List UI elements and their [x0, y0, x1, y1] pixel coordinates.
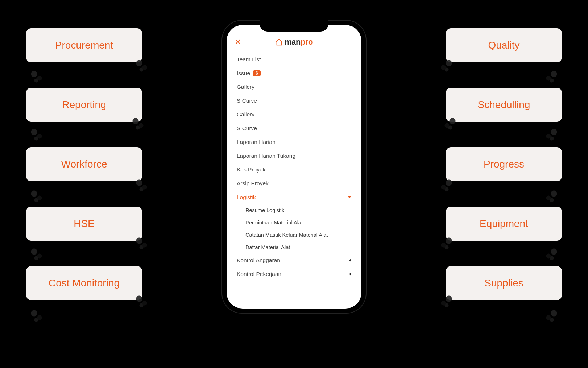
feature-label: HSE	[74, 218, 95, 230]
chevron-down-icon	[348, 196, 351, 198]
menu-laporan-harian-tukang[interactable]: Laporan Harian Tukang	[237, 149, 351, 163]
feature-reporting: Reporting	[26, 88, 142, 122]
menu-label: Resume Logistik	[245, 207, 284, 213]
feature-label: Reporting	[62, 99, 106, 111]
menu-label: Issue	[237, 70, 250, 77]
menu-label: S Curve	[237, 98, 257, 104]
menu-label: Team List	[237, 56, 261, 63]
logo-text-man: man	[285, 37, 301, 46]
feature-progress: Progress	[446, 147, 562, 181]
feature-label: Progress	[484, 158, 524, 170]
feature-label: Equipment	[480, 218, 528, 230]
feature-supplies: Supplies	[446, 266, 562, 300]
feature-procurement: Procurement	[26, 28, 142, 62]
menu-label: Logistik	[237, 194, 256, 200]
menu-s-curve-1[interactable]: S Curve	[237, 94, 351, 108]
feature-label: Workforce	[61, 158, 107, 170]
menu-label: Gallery	[237, 111, 254, 118]
app-header: ✕ manpro	[227, 32, 361, 53]
menu-gallery-2[interactable]: Gallery	[237, 108, 351, 121]
feature-scheduling: Schedulling	[446, 88, 562, 122]
chevron-left-icon	[349, 259, 351, 262]
home-icon	[275, 38, 283, 46]
phone-volume-up	[220, 103, 221, 129]
phone-screen: ✕ manpro Team List Issue6 Gallery S Curv…	[227, 25, 361, 309]
menu-label: Kas Proyek	[237, 166, 265, 173]
phone-mute-switch	[220, 82, 221, 96]
phone-power-button	[367, 111, 368, 147]
submenu-permintaan-material[interactable]: Permintaan Material Alat	[245, 216, 351, 229]
logo-text-pro: pro	[301, 37, 313, 46]
menu-label: Arsip Proyek	[237, 180, 269, 187]
feature-label: Procurement	[55, 40, 113, 51]
menu-gallery-1[interactable]: Gallery	[237, 80, 351, 94]
feature-column-right: Quality Schedulling Progress Equipment S…	[446, 28, 562, 300]
close-icon[interactable]: ✕	[235, 37, 241, 47]
menu-label: Kontrol Pekerjaan	[237, 271, 281, 277]
app-logo: manpro	[275, 37, 313, 47]
submenu-catatan-masuk-keluar[interactable]: Catatan Masuk Keluar Material Alat	[245, 229, 351, 241]
feature-label: Schedulling	[478, 99, 530, 111]
submenu-resume-logistik[interactable]: Resume Logistik	[245, 204, 351, 216]
submenu-daftar-material[interactable]: Daftar Material Alat	[245, 241, 351, 253]
menu-arsip-proyek[interactable]: Arsip Proyek	[237, 177, 351, 190]
feature-label: Quality	[488, 40, 519, 51]
menu-label: Gallery	[237, 84, 254, 90]
nav-menu: Team List Issue6 Gallery S Curve Gallery…	[227, 53, 361, 288]
menu-label: Laporan Harian	[237, 139, 276, 145]
menu-kontrol-pekerjaan[interactable]: Kontrol Pekerjaan	[237, 267, 351, 281]
phone-volume-down	[220, 136, 221, 161]
menu-laporan-harian[interactable]: Laporan Harian	[237, 135, 351, 149]
menu-s-curve-2[interactable]: S Curve	[237, 121, 351, 135]
feature-column-left: Procurement Reporting Workforce HSE Cost…	[26, 28, 142, 300]
issue-badge: 6	[253, 70, 261, 76]
menu-team-list[interactable]: Team List	[237, 53, 351, 66]
feature-label: Supplies	[484, 277, 523, 289]
feature-equipment: Equipment	[446, 207, 562, 241]
feature-workforce: Workforce	[26, 147, 142, 181]
phone-frame: ✕ manpro Team List Issue6 Gallery S Curv…	[221, 20, 367, 314]
feature-hse: HSE	[26, 207, 142, 241]
submenu-logistik: Resume Logistik Permintaan Material Alat…	[237, 204, 351, 253]
feature-quality: Quality	[446, 28, 562, 62]
menu-logistik[interactable]: Logistik	[237, 190, 351, 204]
chevron-left-icon	[349, 272, 351, 276]
menu-label: Permintaan Material Alat	[245, 220, 303, 226]
menu-label: Laporan Harian Tukang	[237, 153, 295, 159]
menu-label: Catatan Masuk Keluar Material Alat	[245, 232, 328, 238]
menu-kas-proyek[interactable]: Kas Proyek	[237, 163, 351, 177]
menu-label: S Curve	[237, 125, 257, 132]
menu-issue[interactable]: Issue6	[237, 66, 351, 80]
feature-label: Cost Monitoring	[49, 277, 120, 289]
feature-cost-monitoring: Cost Monitoring	[26, 266, 142, 300]
menu-kontrol-anggaran[interactable]: Kontrol Anggaran	[237, 253, 351, 267]
menu-label: Daftar Material Alat	[245, 244, 290, 250]
menu-label: Kontrol Anggaran	[237, 257, 280, 264]
